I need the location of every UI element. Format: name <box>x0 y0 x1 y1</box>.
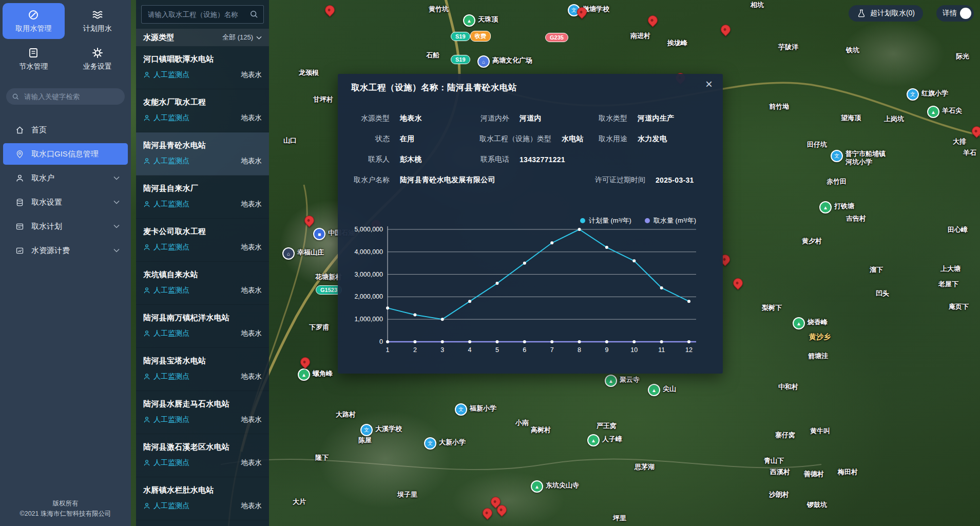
station-list-item[interactable]: 麦卡公司取水工程 人工监测点 地表水 <box>136 219 269 262</box>
station-list-item[interactable]: 陆河县青砼水电站 人工监测点 地表水 <box>136 132 269 176</box>
search-icon[interactable] <box>250 10 258 18</box>
list-header: 水源类型 全部 (125) <box>136 29 269 46</box>
menu-item-gis-info[interactable]: 取水口GIS信息管理 <box>3 143 128 165</box>
menu-item-intake-settings[interactable]: 取水设置 <box>3 191 128 213</box>
map-label-text: 黄沙乡 <box>809 332 831 342</box>
map-label-text: 大新小学 <box>439 437 466 447</box>
map-marker-icon: 文 <box>360 424 373 436</box>
filter-all-dropdown[interactable]: 全部 (125) <box>222 33 262 42</box>
map-poi: 黄竹坑 <box>429 4 449 14</box>
monitor-type-label: 人工监测点 <box>153 415 189 424</box>
map-poi: 梨树下 <box>762 303 782 313</box>
close-icon[interactable]: × <box>705 78 713 90</box>
station-list-item[interactable]: 河口镇唱歌潭水电站 人工监测点 地表水 <box>136 46 269 89</box>
field-label: 状态 <box>351 134 390 144</box>
tile-water-intake-management[interactable]: 取用水管理 <box>3 3 65 39</box>
map-label-text: 福新小学 <box>470 403 496 414</box>
map-poi: 箭塘洼 <box>808 351 828 361</box>
map-poi: 挨垅峰 <box>667 38 687 48</box>
monitor-type-label: 人工监测点 <box>153 329 189 338</box>
station-meta: 人工监测点 地表水 <box>143 286 262 295</box>
station-list-item[interactable]: 东坑镇自来水站 人工监测点 地表水 <box>136 262 269 305</box>
map-label-text: 坝子里 <box>397 490 417 500</box>
map-label-text: 梅田村 <box>838 467 858 477</box>
map-label-text: 羊石尖 <box>942 106 962 116</box>
station-list-item[interactable]: 陆河县宝塔水电站 人工监测点 地表水 <box>136 348 269 391</box>
tile-water-saving-management[interactable]: 节水管理 <box>3 41 65 77</box>
map-label-text: 沙朗村 <box>769 490 789 500</box>
database-icon <box>15 198 24 207</box>
over-plan-button[interactable]: 超计划取水(0) <box>849 5 923 22</box>
svg-text:4: 4 <box>468 346 472 354</box>
map-poi: 大排 <box>953 137 966 147</box>
map-label-text: 芋陂洋 <box>778 42 798 52</box>
map-label-text: 严王窝 <box>597 421 617 431</box>
station-list-item[interactable]: 陆河县激石溪老区水电站 人工监测点 地表水 <box>136 434 269 477</box>
chevron-down-icon <box>113 200 120 204</box>
map-poi: ▲ 烧香峰 <box>793 317 828 329</box>
water-source-label: 地表水 <box>241 243 262 252</box>
detail-toggle[interactable]: 详情 <box>936 5 974 22</box>
map-poi: 上大塘 <box>940 264 960 274</box>
map-label-text: 赤竹田 <box>827 177 847 187</box>
sidebar-search[interactable] <box>6 88 125 105</box>
map-label-text: 小南 <box>515 418 529 428</box>
station-list-item[interactable]: 陆河县自来水厂 人工监测点 地表水 <box>136 176 269 219</box>
map-poi: 田心嶂 <box>948 225 968 235</box>
map-poi: G235 <box>545 33 568 42</box>
field-label: 水源类型 <box>351 114 390 123</box>
water-source-label: 地表水 <box>241 157 262 166</box>
station-search-input[interactable] <box>147 10 247 19</box>
station-list-item[interactable]: 友能水厂取水工程 人工监测点 地表水 <box>136 89 269 132</box>
map-poi: 隆下 <box>315 453 329 463</box>
flask-icon <box>857 9 866 18</box>
map-label-text: 陈屋 <box>358 435 372 445</box>
station-search[interactable] <box>141 5 264 24</box>
svg-text:3: 3 <box>440 346 444 354</box>
map-poi: 吉告村 <box>846 213 866 224</box>
map-poi: 石船 <box>426 50 439 61</box>
tile-label: 业务设置 <box>83 62 112 71</box>
person-icon <box>143 158 150 165</box>
sidebar-search-input[interactable] <box>23 92 119 101</box>
filter-label: 全部 (125) <box>222 33 253 42</box>
tile-planned-water-use[interactable]: 计划用水 <box>67 3 129 39</box>
tile-label: 计划用水 <box>83 24 112 33</box>
svg-text:11: 11 <box>658 346 665 354</box>
sidebar: 取用水管理 计划用水 节水管理 业务设置 <box>0 0 131 526</box>
menu-item-home[interactable]: 首页 <box>3 119 128 141</box>
water-source-label: 地表水 <box>241 372 262 381</box>
map-label-text: 锣鼓坑 <box>807 500 827 510</box>
station-list-panel: 水源类型 全部 (125) 河口镇唱歌潭水电站 人工监测点 <box>136 0 269 526</box>
station-list-item[interactable]: 水唇镇水栏肚水电站 人工监测点 地表水 <box>136 477 269 520</box>
map-label-text: 西溪村 <box>770 467 790 477</box>
monitor-type: 人工监测点 <box>143 286 189 295</box>
station-meta: 人工监测点 地表水 <box>143 415 262 424</box>
field-value: 彭木桃 <box>400 155 422 164</box>
map-poi: 龙颈根 <box>299 68 319 78</box>
field-value: 2025-03-31 <box>656 176 694 184</box>
map-poi: ▲ 人子嶂 <box>587 434 622 446</box>
map-poi: 赤竹田 <box>827 177 847 187</box>
chevron-down-icon <box>113 224 120 228</box>
map-label-text: 望海顶 <box>841 113 861 123</box>
menu-item-water-users[interactable]: 取水户 <box>3 167 128 189</box>
water-source-label: 地表水 <box>241 113 262 123</box>
toggle-knob[interactable] <box>960 8 971 19</box>
menu-item-water-fees[interactable]: 水资源计费 <box>3 240 128 261</box>
map-label-text: 黄竹坑 <box>429 4 449 14</box>
field-label: 取水类型 <box>596 114 627 123</box>
water-source-label: 地表水 <box>241 329 262 338</box>
map-label-text: 前竹坳 <box>769 102 789 112</box>
map-label-text: 老屋下 <box>938 279 958 289</box>
water-source-label: 地表水 <box>241 415 262 424</box>
field-value: 水电站 <box>562 134 584 144</box>
station-list-item[interactable]: 陆河县南万镇杞洋水电站 人工监测点 地表水 <box>136 305 269 348</box>
station-list-item[interactable]: 陆河县水唇走马石水电站 人工监测点 地表水 <box>136 391 269 434</box>
map-label-text: 上大塘 <box>940 264 960 274</box>
map-label-text: 铁坑 <box>846 45 859 55</box>
map-label-text: 东坑尖山寺 <box>546 480 579 491</box>
map-poi: 善德村 <box>804 469 824 479</box>
menu-item-intake-plan[interactable]: 取水计划 <box>3 216 128 237</box>
tile-business-settings[interactable]: 业务设置 <box>67 41 129 77</box>
